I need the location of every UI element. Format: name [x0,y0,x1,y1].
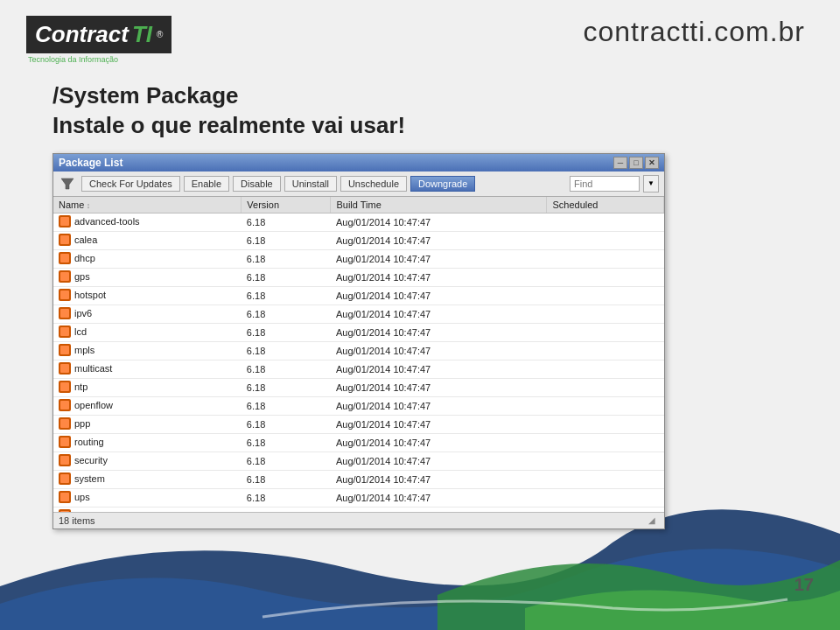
logo-ti-text: TI [132,21,152,48]
window-title: Package List [59,157,122,169]
pkg-icon [59,289,71,301]
dropdown-arrow[interactable]: ▼ [643,175,659,192]
logo-registered: ® [157,30,163,39]
pkg-name-cell: ntp [53,378,242,396]
pkg-version: 6.18 [242,249,331,268]
table-row: ppp6.18Aug/01/2014 10:47:47 [53,415,664,433]
pkg-icon [59,307,71,319]
main-content: /System Package Instale o que realmente … [0,73,840,529]
pkg-scheduled [547,286,664,304]
pkg-build-time: Aug/01/2014 10:47:47 [331,488,547,507]
table-row: hotspot6.18Aug/01/2014 10:47:47 [53,286,664,304]
close-button[interactable]: ✕ [645,157,659,169]
table-row: gps6.18Aug/01/2014 10:47:47 [53,268,664,286]
pkg-icon [59,270,71,283]
table-row: calea6.18Aug/01/2014 10:47:47 [53,231,664,249]
pkg-scheduled [547,268,664,286]
logo-area: Contract TI ® Tecnologia da Informação [26,16,172,64]
pkg-name-cell: openflow [53,396,242,415]
logo-contract-text: Contract [35,21,129,48]
svg-marker-0 [61,178,74,189]
pkg-build-time: Aug/01/2014 10:47:47 [331,378,547,396]
package-table: Name Version Build Time Scheduled advanc… [53,197,664,512]
pkg-version: 6.18 [242,488,331,507]
col-scheduled[interactable]: Scheduled [547,197,664,214]
table-row: system6.18Aug/01/2014 10:47:47 [53,470,664,488]
pkg-icon [59,417,71,430]
logo-box: Contract TI ® [26,16,172,53]
package-table-container[interactable]: Name Version Build Time Scheduled advanc… [53,197,664,512]
pkg-scheduled [547,304,664,323]
pkg-icon [59,215,71,228]
table-row: ntp6.18Aug/01/2014 10:47:47 [53,378,664,396]
pkg-version: 6.18 [242,304,331,323]
unschedule-button[interactable]: Unschedule [340,176,407,192]
pkg-build-time: Aug/01/2014 10:47:47 [331,231,547,249]
table-row: security6.18Aug/01/2014 10:47:47 [53,452,664,470]
pkg-name-cell: hotspot [53,286,242,304]
pkg-build-time: Aug/01/2014 10:47:47 [331,360,547,378]
pkg-name-cell: routing [53,433,242,452]
site-url: contractti.com.br [583,16,805,48]
col-version[interactable]: Version [242,197,331,214]
col-name[interactable]: Name [53,197,242,214]
package-list-window: Package List ─ □ ✕ Check For Updates Ena… [52,153,665,529]
table-row: multicast6.18Aug/01/2014 10:47:47 [53,360,664,378]
pkg-name-cell: security [53,452,242,470]
pkg-name-cell: lcd [53,323,242,341]
pkg-name-cell: mpls [53,341,242,360]
pkg-scheduled [547,452,664,470]
pkg-name-cell: dhcp [53,249,242,268]
window-controls[interactable]: ─ □ ✕ [613,157,659,169]
pkg-icon [59,491,71,503]
pkg-build-time: Aug/01/2014 10:47:47 [331,452,547,470]
pkg-build-time: Aug/01/2014 10:47:47 [331,268,547,286]
table-row: mpls6.18Aug/01/2014 10:47:47 [53,341,664,360]
disable-button[interactable]: Disable [233,176,281,192]
table-row: routing6.18Aug/01/2014 10:47:47 [53,433,664,452]
pkg-scheduled [547,231,664,249]
pkg-build-time: Aug/01/2014 10:47:47 [331,213,547,231]
pkg-name-cell: ppp [53,415,242,433]
restore-button[interactable]: □ [629,157,643,169]
col-build-time[interactable]: Build Time [331,197,547,214]
pkg-build-time: Aug/01/2014 10:47:47 [331,249,547,268]
page-number: 17 [794,575,814,595]
pkg-name-cell: multicast [53,360,242,378]
pkg-version: 6.18 [242,433,331,452]
pkg-name-cell: advanced-tools [53,213,242,231]
minimize-button[interactable]: ─ [613,157,627,169]
table-row: ups6.18Aug/01/2014 10:47:47 [53,488,664,507]
filter-icon[interactable] [59,175,76,192]
window-titlebar: Package List ─ □ ✕ [53,154,664,172]
pkg-icon [59,326,71,338]
check-updates-button[interactable]: Check For Updates [81,176,180,192]
table-row: ipv66.18Aug/01/2014 10:47:47 [53,304,664,323]
pkg-version: 6.18 [242,341,331,360]
statusbar: 18 items ◢ [53,512,664,528]
enable-button[interactable]: Enable [184,176,229,192]
pkg-icon [59,436,71,448]
pkg-version: 6.18 [242,360,331,378]
pkg-scheduled [547,249,664,268]
pkg-build-time: Aug/01/2014 10:47:47 [331,415,547,433]
toolbar: Check For Updates Enable Disable Uninsta… [53,172,664,197]
table-header-row: Name Version Build Time Scheduled [53,197,664,214]
pkg-version: 6.18 [242,415,331,433]
pkg-scheduled [547,341,664,360]
pkg-build-time: Aug/01/2014 10:47:47 [331,470,547,488]
pkg-icon [59,252,71,264]
pkg-name-cell: ups [53,488,242,507]
downgrade-button[interactable]: Downgrade [410,176,475,192]
pkg-icon [59,472,71,485]
pkg-version: 6.18 [242,323,331,341]
header: Contract TI ® Tecnologia da Informação c… [0,0,840,73]
pkg-scheduled [547,323,664,341]
pkg-build-time: Aug/01/2014 10:47:47 [331,433,547,452]
pkg-version: 6.18 [242,470,331,488]
uninstall-button[interactable]: Uninstall [284,176,337,192]
pkg-icon [59,234,71,246]
find-input[interactable] [570,176,640,192]
pkg-scheduled [547,433,664,452]
pkg-scheduled [547,488,664,507]
